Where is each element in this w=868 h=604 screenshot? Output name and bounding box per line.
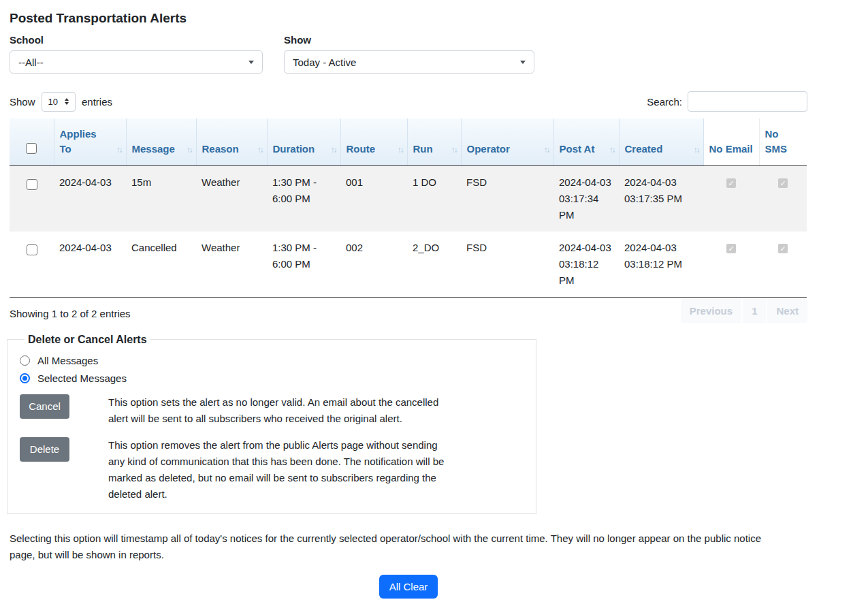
column-header-label: Created <box>625 143 663 155</box>
cell-created: 2024-04-03 03:17:35 PM <box>619 165 703 232</box>
radio-all-messages[interactable] <box>20 355 30 366</box>
cell-applies-to: 2024-04-03 <box>54 232 126 298</box>
page-container: Posted Transportation Alerts School --Al… <box>10 11 807 599</box>
table-info: Showing 1 to 2 of 2 entries <box>10 302 131 319</box>
pagination: Previous 1 Next <box>681 299 807 323</box>
checked-disabled-checkbox: ✓ <box>778 178 788 188</box>
cell-route: 001 <box>340 165 407 232</box>
pagination-page-1[interactable]: 1 <box>743 299 766 323</box>
cell-post-at: 2024-04-03 03:17:34 PM <box>553 165 619 232</box>
radio-row-selected-messages: Selected Messages <box>20 372 525 384</box>
sort-icon: ↑↓ <box>694 144 699 156</box>
table-controls-row: Show 10 entries Search: <box>10 91 807 112</box>
cancel-action-row: Cancel This option sets the alert as no … <box>20 394 525 427</box>
column-header-run[interactable]: Run ↑↓ <box>407 118 461 165</box>
delete-button[interactable]: Delete <box>20 437 69 462</box>
fieldset-legend: Delete or Cancel Alerts <box>25 334 150 346</box>
column-header-reason[interactable]: Reason ↑↓ <box>196 118 267 165</box>
column-header-route[interactable]: Route ↑↓ <box>340 118 407 165</box>
entries-suffix-label: entries <box>82 96 112 108</box>
radio-selected-messages-label: Selected Messages <box>37 372 127 384</box>
cell-operator: FSD <box>461 232 553 298</box>
cell-run: 1 DO <box>407 165 461 232</box>
entries-prefix-label: Show <box>10 96 35 108</box>
check-icon: ✓ <box>779 244 786 253</box>
cell-reason: Weather <box>196 165 267 232</box>
check-icon: ✓ <box>779 179 786 187</box>
search-label: Search: <box>647 96 682 108</box>
cancel-button[interactable]: Cancel <box>20 394 69 419</box>
checked-disabled-checkbox: ✓ <box>778 244 788 253</box>
sort-icon: ↑↓ <box>331 144 336 156</box>
show-filter-label: Show <box>284 34 534 46</box>
table-header-row: Applies To ↑↓ Message ↑↓ Reason ↑↓ Durat… <box>10 118 807 165</box>
column-header-duration[interactable]: Duration ↑↓ <box>267 118 340 165</box>
alerts-table: Applies To ↑↓ Message ↑↓ Reason ↑↓ Durat… <box>10 118 807 298</box>
sort-icon: ↑↓ <box>257 144 263 156</box>
check-icon: ✓ <box>728 244 734 253</box>
pagination-previous[interactable]: Previous <box>681 299 741 323</box>
sort-icon: ↑↓ <box>398 144 403 156</box>
sort-icon: ↑↓ <box>116 144 122 156</box>
table-footer-row: Showing 1 to 2 of 2 entries Previous 1 N… <box>10 299 807 323</box>
cell-select <box>10 165 54 232</box>
delete-description: This option removes the alert from the p… <box>108 437 452 503</box>
checked-disabled-checkbox: ✓ <box>726 244 736 253</box>
cancel-description: This option sets the alert as no longer … <box>108 394 452 427</box>
cell-no-email: ✓ <box>703 165 759 232</box>
sort-icon: ↑↓ <box>187 144 192 156</box>
cell-applies-to: 2024-04-03 <box>54 165 126 232</box>
column-header-operator[interactable]: Operator ↑↓ <box>461 118 553 165</box>
checked-disabled-checkbox: ✓ <box>726 178 736 188</box>
entries-select[interactable]: 10 <box>42 92 76 112</box>
column-header-label: Route <box>347 143 376 155</box>
show-filter: Show Today - Active <box>284 34 534 74</box>
column-header-label: Operator <box>467 143 510 155</box>
column-header-message[interactable]: Message ↑↓ <box>126 118 196 165</box>
school-select[interactable]: --All-- <box>10 50 263 74</box>
all-clear-button[interactable]: All Clear <box>379 575 438 599</box>
sort-icon: ↑↓ <box>451 144 457 156</box>
cell-reason: Weather <box>196 232 267 298</box>
delete-action-row: Delete This option removes the alert fro… <box>20 437 525 503</box>
search-input[interactable] <box>688 91 807 112</box>
column-header-applies-to[interactable]: Applies To ↑↓ <box>54 118 126 165</box>
column-header-label: Message <box>132 143 175 155</box>
column-header-label: Post At <box>560 143 595 155</box>
column-header-post-at[interactable]: Post At ↑↓ <box>553 118 619 165</box>
sort-icon: ↑↓ <box>544 144 549 156</box>
filters-row: School --All-- Show Today - Active <box>10 34 807 74</box>
all-clear-row: All Clear <box>10 575 807 599</box>
row-select-checkbox[interactable] <box>27 179 37 190</box>
page-title: Posted Transportation Alerts <box>10 11 807 26</box>
sort-icon: ↑↓ <box>609 144 615 156</box>
column-header-label: Run <box>413 143 433 155</box>
cell-created: 2024-04-03 03:18:12 PM <box>619 232 703 298</box>
column-header-created[interactable]: Created ↑↓ <box>619 118 703 165</box>
show-select[interactable]: Today - Active <box>284 50 534 74</box>
search-control: Search: <box>647 91 807 112</box>
column-header-select-all <box>10 118 54 165</box>
radio-selected-messages[interactable] <box>20 373 30 383</box>
cell-route: 002 <box>340 232 407 298</box>
school-filter: School --All-- <box>10 34 263 74</box>
row-select-checkbox[interactable] <box>27 244 37 255</box>
column-header-label: No Email <box>709 143 753 155</box>
pagination-next[interactable]: Next <box>767 299 807 323</box>
cell-run: 2_DO <box>407 232 461 298</box>
radio-all-messages-label: All Messages <box>37 355 98 366</box>
cell-message: 15m <box>126 165 196 232</box>
select-all-checkbox[interactable] <box>26 143 37 154</box>
table-row: 2024-04-03 Cancelled Weather 1:30 PM - 6… <box>10 232 807 298</box>
up-down-spinner-icon <box>65 98 69 105</box>
check-icon: ✓ <box>728 179 734 187</box>
all-clear-description: Selecting this option will timestamp all… <box>10 530 775 563</box>
column-header-label: Applies To <box>60 128 97 155</box>
school-select-value: --All-- <box>18 57 44 68</box>
cell-duration: 1:30 PM - 6:00 PM <box>267 165 340 232</box>
cell-no-email: ✓ <box>703 232 759 298</box>
delete-cancel-fieldset: Delete or Cancel Alerts All Messages Sel… <box>7 334 536 514</box>
column-header-label: Duration <box>273 143 315 155</box>
column-header-no-sms: No SMS <box>759 118 807 165</box>
cell-no-sms: ✓ <box>759 232 807 298</box>
